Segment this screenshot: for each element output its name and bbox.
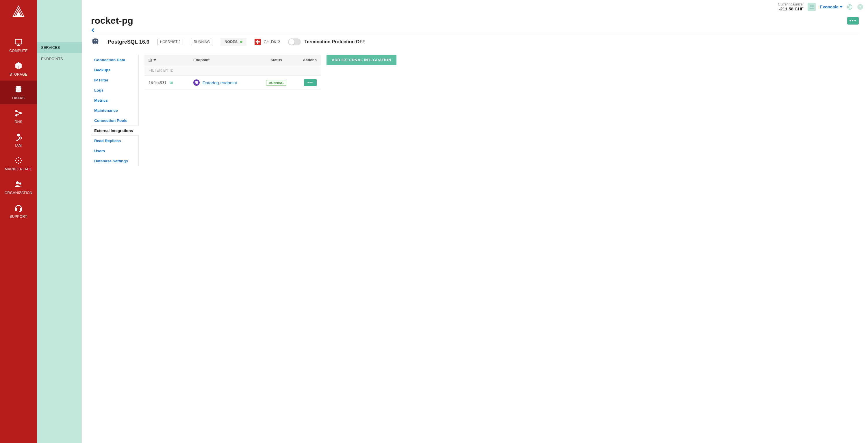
svg-point-15 bbox=[20, 162, 21, 163]
col-header-status[interactable]: Status bbox=[259, 58, 293, 62]
tab-logs[interactable]: Logs bbox=[91, 85, 138, 95]
tab-metrics[interactable]: Metrics bbox=[91, 95, 138, 105]
svg-point-14 bbox=[16, 162, 17, 163]
svg-point-17 bbox=[16, 181, 19, 184]
termination-protection: Termination Protection OFF bbox=[288, 38, 365, 45]
avatar[interactable] bbox=[808, 3, 816, 11]
db-version: PostgreSQL 16.6 bbox=[108, 39, 149, 45]
back-button[interactable] bbox=[91, 28, 95, 33]
svg-point-12 bbox=[18, 160, 19, 161]
datadog-icon bbox=[193, 80, 200, 86]
nav-organization[interactable]: ORGANIZATION bbox=[0, 175, 37, 199]
divider bbox=[91, 34, 859, 34]
filter-by-id-input[interactable] bbox=[145, 65, 321, 75]
nav-label: STORAGE bbox=[9, 72, 27, 76]
balance-label: Current balance: bbox=[778, 2, 804, 6]
people-icon bbox=[13, 179, 23, 189]
status-badge: RUNNING bbox=[191, 39, 212, 45]
postgresql-icon bbox=[91, 37, 100, 46]
nav-dbaas[interactable]: DBAAS bbox=[0, 81, 37, 104]
add-external-integration-button[interactable]: ADD EXTERNAL INTEGRATION bbox=[327, 55, 397, 65]
right-column: ADD EXTERNAL INTEGRATION bbox=[327, 55, 402, 166]
col-header-actions: Actions bbox=[293, 58, 317, 62]
plan-badge: HOBBYIST-2 bbox=[157, 39, 183, 45]
row-status-badge: RUNNING bbox=[266, 80, 286, 86]
svg-rect-20 bbox=[20, 208, 22, 211]
table-row: 16fb453f Datadog-endpoint bbox=[145, 76, 321, 90]
node-status-dot-icon bbox=[240, 41, 242, 43]
page-more-button[interactable]: ••• bbox=[847, 17, 859, 25]
tab-users[interactable]: Users bbox=[91, 146, 138, 156]
svg-point-6 bbox=[17, 134, 20, 136]
svg-point-16 bbox=[18, 163, 19, 164]
tab-read-replicas[interactable]: Read Replicas bbox=[91, 136, 138, 146]
nav-marketplace[interactable]: MARKETPLACE bbox=[0, 152, 37, 175]
caret-down-icon bbox=[840, 6, 843, 8]
nav-label: SUPPORT bbox=[9, 215, 27, 219]
nav-iam[interactable]: IAM bbox=[0, 128, 37, 152]
tab-list: Connection Data Backups IP Filter Logs M… bbox=[91, 55, 139, 166]
cube-icon bbox=[13, 61, 23, 71]
col-header-endpoint[interactable]: Endpoint bbox=[193, 58, 259, 62]
endpoint-link[interactable]: Datadog-endpoint bbox=[203, 80, 237, 85]
tab-maintenance[interactable]: Maintenance bbox=[91, 105, 138, 116]
subnav-endpoints[interactable]: ENDPOINTS bbox=[37, 53, 82, 64]
tab-connection-data[interactable]: Connection Data bbox=[91, 55, 138, 65]
nav-label: ORGANIZATION bbox=[5, 191, 32, 195]
col-header-id[interactable]: ID bbox=[149, 58, 193, 62]
top-header: Current balance: -211.58 CHF Exoscale ? bbox=[82, 0, 868, 12]
row-more-button[interactable]: ••• bbox=[304, 79, 317, 86]
integrations-table: ID Endpoint Status Actions 16fb453f bbox=[145, 55, 321, 166]
nodes-label: NODES bbox=[224, 40, 238, 44]
secondary-sidebar: SERVICES ENDPOINTS bbox=[37, 0, 82, 443]
copy-icon[interactable] bbox=[169, 80, 174, 85]
svg-point-10 bbox=[20, 158, 21, 159]
org-selector[interactable]: Exoscale bbox=[820, 4, 843, 9]
main-content: Current balance: -211.58 CHF Exoscale ? … bbox=[82, 0, 868, 443]
key-person-icon bbox=[13, 132, 23, 142]
nodes-badge[interactable]: NODES bbox=[220, 38, 246, 45]
nav-label: IAM bbox=[15, 144, 22, 148]
tab-external-integrations[interactable]: External Integrations bbox=[91, 126, 139, 136]
tab-backups[interactable]: Backups bbox=[91, 65, 138, 75]
termination-label: Termination Protection OFF bbox=[304, 39, 365, 44]
svg-point-7 bbox=[19, 137, 22, 139]
svg-text:?: ? bbox=[859, 5, 861, 9]
svg-point-29 bbox=[96, 40, 97, 41]
exoscale-logo[interactable] bbox=[11, 4, 26, 19]
nav-dns[interactable]: DNS bbox=[0, 104, 37, 128]
svg-point-25 bbox=[849, 7, 850, 7]
svg-rect-19 bbox=[15, 208, 17, 211]
tab-connection-pools[interactable]: Connection Pools bbox=[91, 116, 138, 126]
svg-point-28 bbox=[94, 40, 95, 41]
monitor-icon bbox=[13, 37, 23, 47]
svg-point-18 bbox=[19, 183, 22, 185]
table-header: ID Endpoint Status Actions bbox=[145, 55, 321, 65]
dots-grid-icon bbox=[13, 156, 23, 165]
region-label: CH-DK-2 bbox=[264, 39, 280, 44]
nav-storage[interactable]: STORAGE bbox=[0, 57, 37, 81]
svg-point-13 bbox=[21, 160, 22, 161]
primary-sidebar: COMPUTE STORAGE DBAAS DNS IAM bbox=[0, 0, 37, 443]
tab-database-settings[interactable]: Database Settings bbox=[91, 156, 138, 166]
database-icon bbox=[13, 85, 23, 94]
row-id: 16fb453f bbox=[149, 81, 167, 85]
subnav-services[interactable]: SERVICES bbox=[37, 42, 82, 53]
filter-row bbox=[145, 65, 321, 76]
balance-display: Current balance: -211.58 CHF bbox=[778, 2, 804, 11]
share-icon bbox=[13, 108, 23, 118]
headset-icon bbox=[13, 203, 23, 213]
help-icon[interactable]: ? bbox=[857, 4, 863, 10]
region-display: CH-DK-2 bbox=[254, 39, 280, 45]
nav-label: DNS bbox=[15, 120, 23, 124]
nav-compute[interactable]: COMPUTE bbox=[0, 33, 37, 57]
nav-support[interactable]: SUPPORT bbox=[0, 199, 37, 223]
nav-label: COMPUTE bbox=[9, 49, 28, 53]
chevron-left-icon bbox=[91, 28, 95, 32]
target-icon[interactable] bbox=[847, 4, 853, 10]
tab-ip-filter[interactable]: IP Filter bbox=[91, 75, 138, 85]
page-title: rocket-pg bbox=[91, 15, 133, 26]
svg-point-22 bbox=[812, 5, 814, 7]
termination-toggle[interactable] bbox=[288, 38, 301, 45]
svg-point-9 bbox=[16, 158, 17, 159]
